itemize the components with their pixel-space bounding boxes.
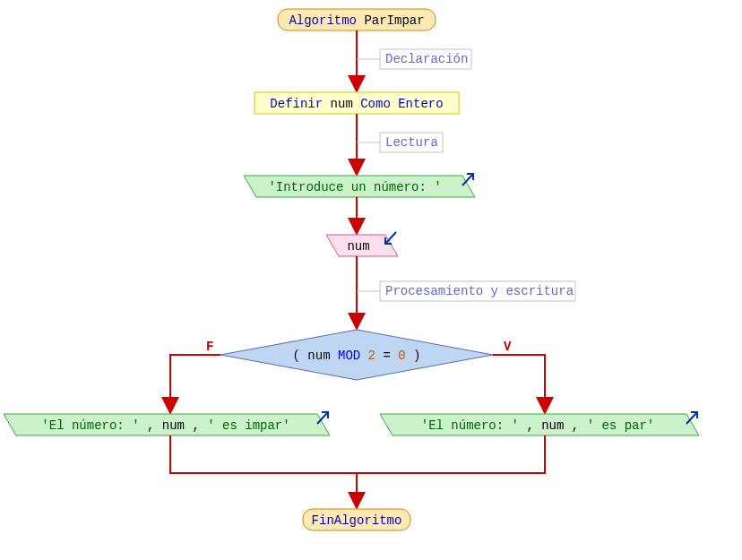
end-kw: FinAlgoritmo <box>312 513 402 528</box>
par-c2: , <box>572 418 579 433</box>
label-true: V <box>504 340 512 354</box>
label-declaracion: Declaración <box>385 52 468 66</box>
node-declare: Definir num Como Entero <box>255 92 459 114</box>
cond-eq: = <box>383 349 390 363</box>
cond-op: MOD <box>338 349 360 363</box>
label-lectura: Lectura <box>385 135 438 150</box>
node-output-impar: 'El número: ' , num , ' es impar' <box>4 412 330 435</box>
impar-c1: , <box>147 418 154 433</box>
node-read-input: num <box>326 232 398 256</box>
comment-procesamiento: Procesamiento y escritura <box>357 281 575 301</box>
start-name: ParImpar <box>364 13 424 28</box>
label-false: F <box>206 340 213 354</box>
svg-text:Definir
       
      num
    : Definir num Como Entero <box>270 97 443 111</box>
declare-kw2: Como <box>360 97 391 111</box>
node-start: Algoritmo ParImpar <box>278 9 436 30</box>
node-end: FinAlgoritmo <box>303 509 410 530</box>
par-var: num <box>541 418 564 433</box>
impar-s1: 'El número: ' <box>41 418 139 433</box>
comment-lectura: Lectura <box>357 133 443 152</box>
read-var: num <box>347 239 369 254</box>
impar-s2: ' es impar' <box>207 418 289 433</box>
label-procesamiento: Procesamiento y escritura <box>385 284 574 298</box>
cond-var: num <box>307 349 330 363</box>
flowchart: Algoritmo ParImpar Declaración Definir n… <box>0 0 742 560</box>
start-kw: Algoritmo <box>289 13 357 28</box>
impar-var: num <box>162 418 185 433</box>
par-s1: 'El número: ' <box>421 418 519 433</box>
comment-declaracion: Declaración <box>357 49 471 69</box>
cond-lpar: ( <box>293 349 300 363</box>
cond-zero: 0 <box>398 349 405 363</box>
cond-two: 2 <box>368 349 375 363</box>
svg-text:Algoritmo
       
      ParImp: Algoritmo ParImpar <box>289 13 424 28</box>
par-c1: , <box>526 418 533 433</box>
node-prompt-output: 'Introduce un número: ' <box>244 174 475 197</box>
svg-text:(
      num
       
      MOD
: ( num MOD 2 = 0 ) <box>293 349 421 363</box>
prompt-text: 'Introduce un número: ' <box>268 180 441 194</box>
impar-c2: , <box>192 418 199 433</box>
node-decision: ( num MOD 2 = 0 ) <box>220 330 493 380</box>
declare-var: num <box>331 97 353 111</box>
svg-text:'El número: '
      ,
       
: 'El número: ' , num , ' es impar' <box>41 418 289 433</box>
par-s2: ' es par' <box>587 418 655 433</box>
svg-text:'El número: '
      ,
       
: 'El número: ' , num , ' es par' <box>421 418 655 433</box>
declare-type: Entero <box>398 97 443 111</box>
cond-rpar: ) <box>413 349 420 363</box>
node-output-par: 'El número: ' , num , ' es par' <box>380 412 699 435</box>
declare-kw1: Definir <box>270 97 323 111</box>
